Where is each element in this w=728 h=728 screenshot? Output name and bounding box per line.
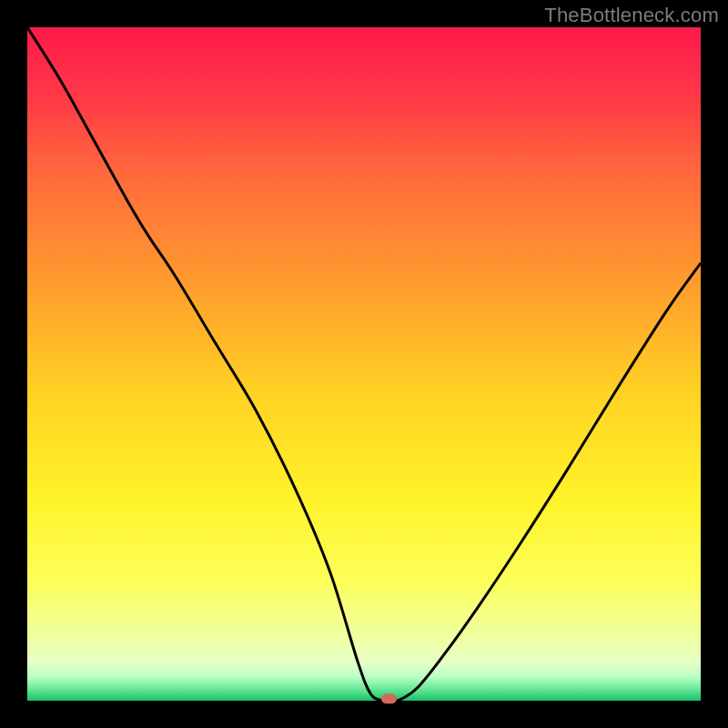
chart-frame: TheBottleneck.com [0, 0, 728, 728]
plot-background-gradient [27, 27, 701, 701]
bottleneck-chart [0, 0, 728, 728]
optimum-marker [381, 693, 397, 703]
watermark-text: TheBottleneck.com [544, 4, 719, 27]
